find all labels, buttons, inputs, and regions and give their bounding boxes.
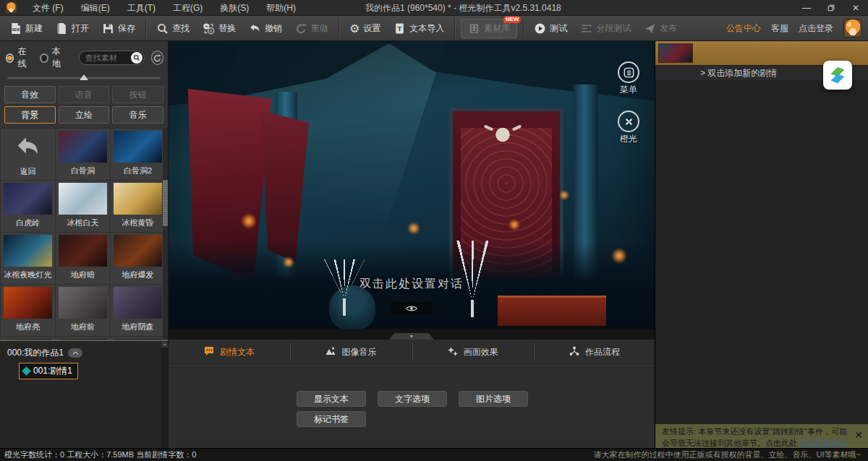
close-button[interactable]: ✕ [843, 0, 868, 16]
thumbnail-cell[interactable]: 地府阴森 [111, 285, 165, 336]
toolbar-button-label: 文本导入 [409, 22, 444, 35]
search-input[interactable] [85, 53, 131, 62]
thumbnail-scrollbar[interactable] [163, 128, 168, 340]
action-button[interactable]: 图片选项 [459, 391, 528, 407]
play-icon [534, 22, 546, 35]
thumbnail-cell[interactable]: 冰棺白天 [56, 181, 110, 232]
pinwheel-icon [618, 111, 639, 132]
toolbar-replace-button[interactable]: ab替换 [196, 18, 242, 38]
refresh-icon[interactable] [151, 51, 163, 65]
undo-icon [249, 22, 261, 35]
slider-handle[interactable] [80, 74, 88, 80]
stage-bottom-strip: ▼ [169, 329, 655, 340]
menu-item-4[interactable]: 换肤(S) [211, 0, 258, 16]
category-button-5[interactable]: 音乐 [112, 106, 163, 124]
toolbar-material-library-button[interactable]: 素材库NEW [461, 19, 517, 38]
copyright-notice: 请大家在制作的过程中使用正版或有授权的背景、立绘、音乐、UI等素材哦~ [594, 449, 861, 460]
thumbnail-image [4, 183, 52, 215]
toolbar-button-label: 发布 [660, 22, 677, 35]
action-button[interactable]: 标记书签 [297, 411, 366, 427]
category-button-4[interactable]: 立绘 [59, 106, 110, 124]
menu-item-3[interactable]: 工程(G) [164, 0, 211, 16]
project-root-row[interactable]: 000:我的作品1 [7, 347, 161, 359]
toolbar-button-label: 设置 [363, 22, 380, 35]
stage-orange-button[interactable]: 橙光 [613, 111, 644, 145]
action-button[interactable]: 显示文本 [297, 391, 366, 407]
thumbnail-area: 返回白骨洞白骨洞2白虎岭冰棺白天冰棺黄昏冰棺夜晚灯光地府暗地府爆发地府亮地府前地… [0, 128, 168, 340]
screen-capture-logo[interactable] [823, 61, 852, 90]
text-import-icon: T [393, 22, 406, 35]
scrollbar-handle[interactable] [163, 180, 168, 226]
toolbar-redo-button[interactable]: 重做 [289, 18, 335, 38]
replace-icon: ab [203, 22, 215, 35]
toolbar-segment-test-button[interactable]: 分段测试 [574, 18, 637, 38]
toolbar-publish-button[interactable]: 发布 [637, 18, 684, 38]
back-button[interactable]: 返回 [1, 129, 55, 180]
collapse-icon[interactable] [68, 348, 82, 358]
toolbar-button-label: 素材库 [484, 22, 510, 35]
dialog-hint-text[interactable]: 双击此处设置对话 [169, 277, 655, 292]
collapse-handle[interactable]: ▼ [389, 333, 434, 340]
tab-flow[interactable]: 作品流程 [534, 340, 655, 364]
thumbnail-label: 地府爆发 [122, 270, 154, 280]
announcement-link[interactable]: 公告中心 [726, 22, 761, 35]
scroll-up-icon[interactable]: ▲ [161, 341, 168, 348]
thumbnail-cell[interactable]: 白虎岭 [1, 181, 55, 232]
local-radio[interactable] [40, 53, 48, 63]
login-link[interactable]: 点击登录 [799, 22, 833, 35]
thumbnail-label: 白骨洞2 [124, 165, 152, 176]
toolbar-open-file-button[interactable]: 打开 [49, 18, 95, 38]
category-button-2[interactable]: 按钮 [112, 86, 163, 103]
menu-item-5[interactable]: 帮助(H) [258, 0, 305, 16]
tab-chat[interactable]: 剧情文本 [169, 340, 289, 364]
online-radio[interactable] [6, 53, 14, 63]
action-button[interactable]: 文字选项 [378, 391, 447, 407]
tab-effects[interactable]: 画面效果 [412, 340, 533, 364]
toolbar-undo-button[interactable]: 撤销 [242, 18, 289, 38]
stage-preview[interactable]: 菜单 橙光 双击此处设置对话 [169, 41, 655, 329]
scene-skull [488, 125, 517, 145]
toolbar-play-button[interactable]: 测试 [527, 18, 574, 38]
thumbnail-cell[interactable]: 地府前 [56, 285, 110, 336]
stage-menu-button[interactable]: 菜单 [613, 61, 644, 96]
support-link[interactable]: 客服 [771, 22, 788, 35]
effects-icon [447, 345, 459, 359]
category-button-0[interactable]: 音效 [4, 86, 56, 103]
thumbnail-label: 白虎岭 [16, 217, 40, 228]
thumbnail-cell[interactable]: 冰棺黄昏 [111, 181, 165, 232]
close-icon[interactable]: ✕ [854, 430, 863, 440]
tree-scrollbar[interactable]: ▲ [161, 341, 168, 448]
toolbar-save-button[interactable]: 保存 [95, 18, 142, 38]
thumbnail-size-slider[interactable] [7, 74, 161, 82]
material-panel: 在线 本地 音效语音按钮背景立绘音乐 返回白骨洞白骨洞2白虎岭冰棺白天冰棺黄昏冰… [0, 41, 169, 448]
search-box [79, 51, 145, 65]
thumbnail-label: 地府暗 [71, 270, 95, 280]
thumbnail-cell[interactable]: 冰棺夜晚灯光 [1, 233, 55, 284]
redo-icon [295, 22, 307, 35]
tab-image-music[interactable]: 图像音乐 [290, 340, 411, 364]
menu-item-0[interactable]: 文件 (F) [24, 0, 72, 16]
toolbar-settings-button[interactable]: ⚙设置 [343, 18, 387, 38]
thumbnail-cell[interactable]: 地府爆发 [111, 233, 165, 284]
visibility-toggle[interactable] [391, 302, 433, 314]
minimize-button[interactable]: — [794, 0, 819, 16]
search-icon[interactable] [131, 52, 142, 64]
tree-item-0[interactable]: 001:剧情1 [19, 363, 78, 379]
thumbnail-cell[interactable]: 白骨洞 [56, 129, 110, 180]
editor-panel: 剧情文本图像音乐画面效果作品流程 显示文本文字选项图片选项标记书签 [169, 340, 655, 448]
menu-item-1[interactable]: 编辑(E) [72, 0, 119, 16]
project-root-label: 000:我的作品1 [7, 347, 64, 359]
category-button-1[interactable]: 语音 [59, 86, 110, 103]
thumbnail-label: 冰棺白天 [67, 217, 99, 228]
toolbar-new-file-button[interactable]: NEW新建 [3, 18, 49, 38]
scene-candle-glow [283, 257, 294, 268]
toolbar-text-import-button[interactable]: T文本导入 [387, 18, 451, 38]
category-button-3[interactable]: 背景 [4, 106, 56, 124]
thumbnail-cell[interactable]: 白骨洞2 [111, 129, 165, 180]
thumbnail-cell[interactable]: 地府暗 [56, 233, 110, 284]
restore-button[interactable] [819, 0, 843, 16]
thumbnail-cell[interactable]: 地府亮 [1, 285, 55, 336]
toolbar-search-button[interactable]: 查找 [150, 18, 196, 38]
menu-item-2[interactable]: 工具(T) [119, 0, 164, 16]
user-avatar[interactable] [843, 19, 862, 38]
